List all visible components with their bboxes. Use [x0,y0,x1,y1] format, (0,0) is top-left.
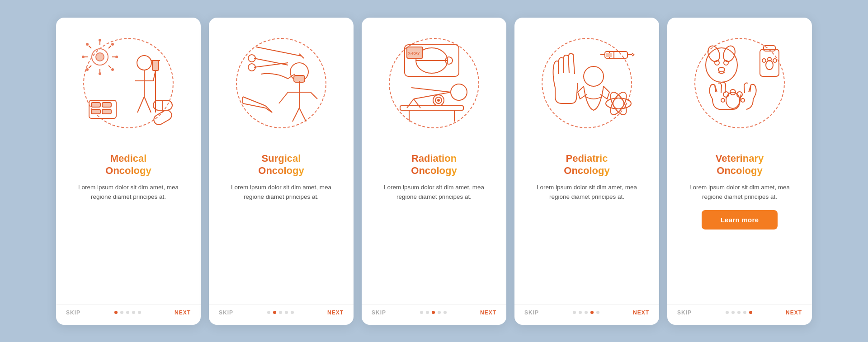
dot-2 [579,311,582,314]
card-title: Surgical Oncology [258,152,304,177]
card-footer: SKIP NEXT [56,305,201,316]
illustration-veterinary-oncology [667,18,812,149]
dot-5 [138,311,141,314]
svg-point-61 [451,84,467,100]
svg-rect-31 [102,109,111,114]
dot-5 [596,311,599,314]
next-button[interactable]: NEXT [633,309,649,316]
svg-rect-30 [91,109,100,114]
svg-line-35 [256,47,302,56]
skip-button[interactable]: SKIP [372,309,386,316]
dot-3 [585,311,588,314]
svg-line-46 [292,108,299,122]
svg-rect-28 [91,103,100,107]
svg-line-47 [299,108,306,122]
dot-5 [443,311,447,314]
svg-point-17 [111,68,114,71]
svg-point-85 [606,98,631,109]
svg-line-12 [108,46,111,48]
svg-line-10 [89,46,91,48]
svg-line-48 [279,92,288,103]
next-button[interactable]: NEXT [480,309,496,316]
svg-rect-29 [102,103,111,107]
svg-line-38 [254,63,288,67]
svg-line-22 [144,97,151,112]
svg-line-65 [414,99,420,108]
dot-1 [267,311,270,314]
svg-point-1 [96,53,104,61]
learn-more-button[interactable]: Learn more [702,210,778,230]
svg-point-97 [762,59,766,62]
card-body: Lorem ipsum dolor sit dim amet, mea regi… [527,183,646,202]
card-veterinary-oncology: Veterinary Oncology Lorem ipsum dolor si… [667,18,812,325]
card-footer: SKIP NEXT [209,305,354,316]
svg-line-64 [407,99,414,108]
skip-button[interactable]: SKIP [66,309,80,316]
progress-dots [267,311,294,314]
svg-line-63 [411,88,451,92]
cards-container: Medical Oncology Lorem ipsum dolor sit d… [38,4,830,338]
svg-point-13 [111,43,114,46]
next-button[interactable]: NEXT [175,309,191,316]
skip-button[interactable]: SKIP [677,309,692,316]
card-title: Radiation Oncology [411,152,457,177]
illustration-radiation-oncology: X-RAY [362,18,506,149]
svg-point-75 [584,66,604,86]
dot-4 [285,311,288,314]
dot-3 [279,311,282,314]
dot-4 [743,311,746,314]
illustration-surgical-oncology [209,18,354,149]
illustration-medical-oncology [56,18,201,149]
card-body: Lorem ipsum dolor sit dim amet, mea regi… [222,183,341,202]
dot-2 [731,311,735,314]
dot-2 [273,311,276,314]
skip-button[interactable]: SKIP [219,309,233,316]
dot-2 [120,311,123,314]
svg-line-16 [108,66,111,68]
next-button[interactable]: NEXT [327,309,344,316]
card-footer: SKIP NEXT [362,305,506,316]
dot-1 [114,311,118,314]
svg-point-96 [766,61,773,70]
svg-line-79 [632,55,634,56]
svg-text:X-RAY: X-RAY [408,51,420,56]
card-body: Lorem ipsum dolor sit dim amet, mea regi… [374,183,494,202]
card-medical-oncology: Medical Oncology Lorem ipsum dolor sit d… [56,18,201,325]
dot-4 [132,311,135,314]
card-title: Pediatric Oncology [564,152,609,177]
svg-line-21 [137,97,144,112]
dot-3 [432,311,435,314]
svg-point-89 [706,44,722,63]
illustration-pediatric-oncology [514,18,659,149]
svg-point-99 [773,59,777,62]
dot-2 [426,311,429,314]
svg-rect-25 [152,61,159,70]
progress-dots [420,311,447,314]
svg-point-18 [137,56,151,70]
pediatric-oncology-icon [535,33,639,133]
radiation-oncology-icon: X-RAY [382,33,486,133]
card-body: Lorem ipsum dolor sit dim amet, mea regi… [69,183,188,202]
card-title: Veterinary Oncology [716,152,764,177]
learn-more-container: Learn more [667,210,812,238]
svg-line-74 [568,56,569,73]
progress-dots [114,311,141,314]
dot-4 [438,311,441,314]
svg-point-7 [82,56,85,58]
svg-rect-83 [606,53,612,57]
svg-point-68 [437,99,440,102]
svg-line-49 [311,92,317,99]
dot-3 [126,311,129,314]
veterinary-oncology-icon [688,33,792,133]
svg-rect-95 [764,46,775,51]
svg-rect-69 [400,106,463,110]
card-surgical-oncology: Surgical Oncology Lorem ipsum dolor sit … [209,18,354,325]
svg-line-62 [414,92,451,99]
dot-5 [749,311,752,314]
next-button[interactable]: NEXT [786,309,802,316]
svg-point-3 [99,39,101,42]
svg-line-14 [89,66,91,68]
dot-1 [726,311,729,314]
dot-1 [420,311,423,314]
skip-button[interactable]: SKIP [524,309,539,316]
